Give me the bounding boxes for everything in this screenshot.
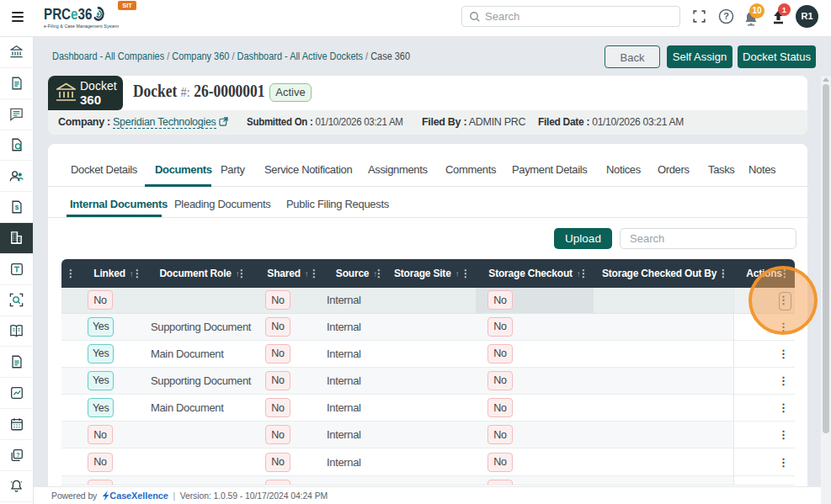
svg-text:$: $ [14,204,19,211]
svg-text:?: ? [723,11,729,21]
svg-text:?: ? [16,451,20,459]
